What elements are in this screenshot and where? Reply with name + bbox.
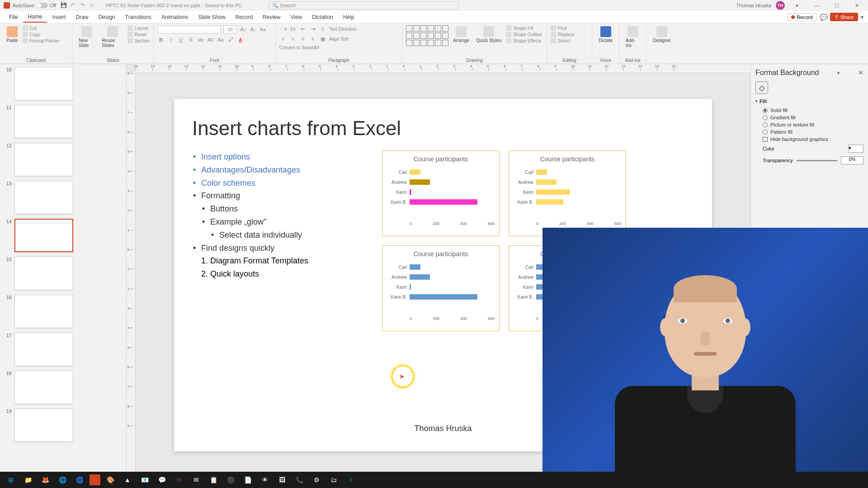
underline-button[interactable]: U bbox=[177, 36, 184, 43]
shape-outline-button[interactable]: Shape Outline bbox=[506, 32, 542, 37]
replace-button[interactable]: Replace bbox=[551, 32, 575, 37]
paste-button[interactable]: Paste bbox=[4, 25, 21, 44]
font-size-input[interactable] bbox=[223, 25, 237, 33]
align-right-button[interactable]: ≡ bbox=[299, 35, 307, 42]
select-button[interactable]: Select bbox=[551, 38, 575, 43]
increase-font-icon[interactable]: A↑ bbox=[240, 26, 247, 33]
thumbnail-10[interactable]: 10 bbox=[3, 67, 123, 100]
pane-close-icon[interactable]: ✕ bbox=[858, 69, 863, 76]
fill-mode-icon[interactable]: ◇ bbox=[755, 81, 768, 94]
app-icon-4[interactable]: ✉ bbox=[189, 474, 203, 486]
tab-review[interactable]: Review bbox=[258, 12, 285, 22]
gradient-fill-radio[interactable]: Gradient fill bbox=[755, 114, 863, 121]
font-family-input[interactable] bbox=[157, 25, 221, 33]
dictate-button[interactable]: Dictate bbox=[596, 25, 615, 44]
pattern-fill-radio[interactable]: Pattern fill bbox=[755, 128, 863, 136]
app-icon-5[interactable]: 📋 bbox=[206, 474, 221, 486]
align-left-button[interactable]: ≡ bbox=[279, 35, 287, 42]
thumbnail-19[interactable]: 19 bbox=[3, 408, 123, 442]
tab-dictation[interactable]: Dictation bbox=[307, 12, 338, 22]
autosave-toggle[interactable]: AutoSave Off bbox=[13, 3, 56, 8]
decrease-indent-button[interactable]: ⇤ bbox=[299, 25, 307, 33]
designer-button[interactable]: Designer bbox=[650, 25, 674, 44]
redo-icon[interactable]: ↷ bbox=[80, 2, 87, 9]
search-input[interactable]: 🔍 Search bbox=[269, 1, 459, 9]
format-painter-button[interactable]: Format Painter bbox=[23, 38, 60, 43]
excel-icon[interactable]: X bbox=[344, 474, 358, 486]
section-button[interactable]: Section bbox=[127, 38, 150, 43]
new-slide-button[interactable]: New Slide bbox=[76, 25, 97, 49]
start-button[interactable]: ⊞ bbox=[4, 474, 18, 486]
italic-button[interactable]: I bbox=[167, 36, 175, 43]
whatsapp-icon[interactable]: 📞 bbox=[292, 474, 307, 486]
arrange-button[interactable]: Arrange bbox=[450, 25, 472, 44]
clear-format-icon[interactable]: Aⅹ bbox=[259, 26, 267, 33]
transparency-slider[interactable] bbox=[797, 160, 837, 161]
tab-insert[interactable]: Insert bbox=[47, 12, 70, 22]
thumbnail-18[interactable]: 18 bbox=[3, 371, 123, 404]
app-icon-7[interactable]: 👁 bbox=[258, 474, 272, 486]
shape-effects-button[interactable]: Shape Effects bbox=[506, 38, 542, 43]
vlc-icon[interactable]: ▲ bbox=[120, 474, 135, 486]
find-button[interactable]: Find bbox=[551, 25, 575, 31]
tab-slideshow[interactable]: Slide Show bbox=[193, 12, 230, 22]
numbering-button[interactable]: 1≡ bbox=[289, 25, 297, 33]
file-explorer-icon[interactable]: 📁 bbox=[21, 474, 35, 486]
reuse-slides-button[interactable]: Reuse Slides bbox=[99, 25, 125, 49]
save-icon[interactable]: 💾 bbox=[61, 2, 67, 9]
firefox-icon[interactable]: 🦊 bbox=[38, 474, 52, 486]
thumbnail-17[interactable]: 17 bbox=[3, 333, 123, 366]
share-button[interactable]: ⇧Share bbox=[830, 13, 858, 21]
close-icon[interactable]: ✕ bbox=[849, 3, 864, 9]
addins-button[interactable]: Add-ins bbox=[623, 25, 642, 49]
tab-view[interactable]: View bbox=[286, 12, 307, 22]
thumbnail-14[interactable]: 14 bbox=[3, 219, 123, 252]
app-icon-3[interactable]: 💬 bbox=[155, 474, 169, 486]
pane-options-icon[interactable]: ▾ bbox=[837, 70, 840, 76]
cut-button[interactable]: Cut bbox=[23, 25, 60, 31]
highlight-button[interactable]: 🖍 bbox=[227, 36, 234, 43]
tab-animations[interactable]: Animations bbox=[157, 12, 193, 22]
tab-transitions[interactable]: Transitions bbox=[121, 12, 156, 22]
mode-switch-icon[interactable]: ▾ bbox=[861, 14, 863, 20]
shadow-button[interactable]: ab bbox=[197, 36, 204, 43]
transparency-input[interactable]: 0% bbox=[841, 156, 863, 164]
powerpoint-taskbar-icon[interactable] bbox=[90, 474, 100, 485]
edge-icon[interactable]: 🌀 bbox=[72, 474, 87, 486]
undo-icon[interactable]: ↶ bbox=[71, 2, 77, 9]
tab-home[interactable]: Home bbox=[23, 12, 47, 23]
app-icon-2[interactable]: 📧 bbox=[137, 474, 152, 486]
bullets-button[interactable]: ⋮≡ bbox=[279, 25, 287, 33]
tab-design[interactable]: Design bbox=[94, 12, 119, 22]
thumbnail-11[interactable]: 11 bbox=[3, 105, 123, 138]
onenote-icon[interactable]: N bbox=[172, 474, 186, 486]
taskbar[interactable]: ⊞ 📁 🦊 🌐 🌀 🎨 ▲ 📧 💬 N ✉ 📋 ⚫ 📄 👁 🖼 📞 ⚙ 🗂 X bbox=[0, 472, 868, 488]
start-slideshow-icon[interactable]: ▷ bbox=[90, 2, 97, 9]
app-icon-9[interactable]: ⚙ bbox=[309, 474, 324, 486]
app-icon-8[interactable]: 🖼 bbox=[275, 474, 289, 486]
record-button[interactable]: Record bbox=[787, 13, 816, 21]
app-icon-6[interactable]: 📄 bbox=[241, 474, 255, 486]
copy-button[interactable]: Copy bbox=[23, 32, 60, 37]
bold-button[interactable]: B bbox=[157, 36, 165, 43]
font-color-button[interactable]: A bbox=[237, 36, 244, 43]
thumbnail-panel[interactable]: 10111213141516171819 bbox=[0, 64, 127, 477]
justify-button[interactable]: ≡ bbox=[309, 35, 316, 42]
thumbnail-13[interactable]: 13 bbox=[3, 181, 123, 214]
ribbon-options-icon[interactable]: ▾ bbox=[789, 3, 805, 9]
convert-smartart-button[interactable]: Convert to SmartArt bbox=[279, 45, 319, 50]
quick-styles-button[interactable]: Quick Styles bbox=[474, 25, 505, 44]
solid-fill-radio[interactable]: Solid fill bbox=[755, 107, 863, 114]
case-button[interactable]: Aa bbox=[217, 36, 224, 43]
thumbnail-15[interactable]: 15 bbox=[3, 257, 123, 290]
minimize-icon[interactable]: — bbox=[809, 3, 825, 8]
spacing-button[interactable]: AV bbox=[207, 36, 214, 43]
layout-button[interactable]: Layout bbox=[127, 25, 150, 31]
strike-button[interactable]: S bbox=[187, 36, 194, 43]
app-icon-10[interactable]: 🗂 bbox=[326, 474, 341, 486]
maximize-icon[interactable]: ☐ bbox=[829, 3, 844, 9]
tab-help[interactable]: Help bbox=[339, 12, 359, 22]
hide-bg-checkbox[interactable]: Hide background graphics bbox=[755, 136, 863, 143]
shape-fill-button[interactable]: Shape Fill bbox=[506, 25, 542, 31]
thumbnail-12[interactable]: 12 bbox=[3, 143, 123, 176]
